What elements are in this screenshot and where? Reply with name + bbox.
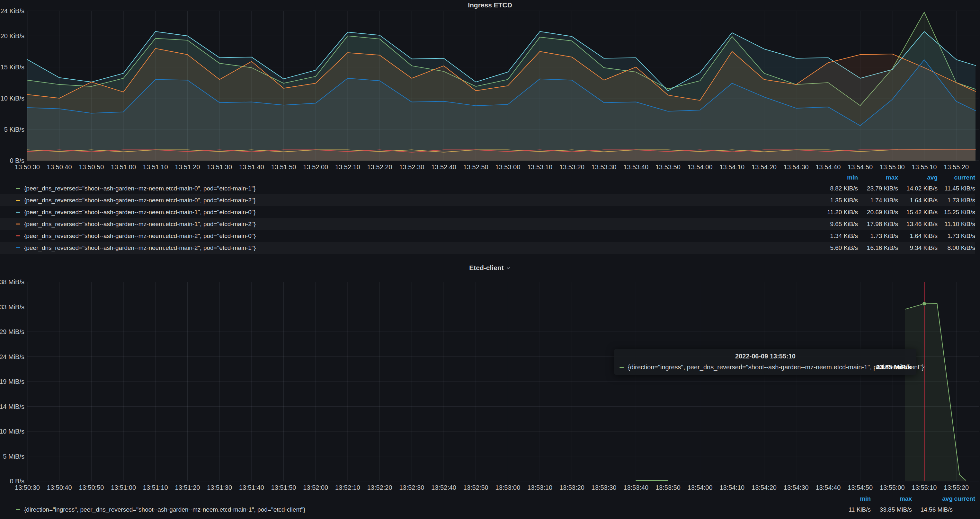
etcd-client-chart[interactable]: 0 B/s5 MiB/s10 MiB/s14 MiB/s19 MiB/s24 M… [0,271,980,496]
x-axis-label: 13:51:00 [111,484,136,491]
x-axis-label: 13:51:40 [239,484,264,491]
legend-row: {peer_dns_reversed="shoot--ash-garden--m… [0,194,975,206]
x-axis-label: 13:54:30 [784,163,809,171]
legend-header-max[interactable]: max [858,174,898,181]
x-axis-label: 13:52:00 [303,163,328,171]
x-axis-label: 13:55:20 [944,163,969,171]
y-axis-label: 15 KiB/s [1,63,24,71]
x-axis-label: 13:52:40 [431,163,456,171]
x-axis-label: 13:54:50 [848,484,873,491]
x-axis-label: 13:54:00 [687,484,713,491]
legend-series-label[interactable]: {peer_dns_reversed="shoot--ash-garden--m… [24,197,256,204]
y-axis-label: 20 KiB/s [1,32,24,40]
x-axis-label: 13:52:00 [303,484,328,491]
legend-stat-avg: 13.46 KiB/s [898,221,938,228]
legend-header-current[interactable]: current [953,495,975,502]
legend-stat-min: 9.65 KiB/s [811,221,858,228]
tooltip-series-label: {direction="ingress", peer_dns_reversed=… [628,363,868,371]
legend-row: {peer_dns_reversed="shoot--ash-garden--m… [0,242,975,254]
series-color-marker-icon [16,200,20,201]
legend-series-label[interactable]: {peer_dns_reversed="shoot--ash-garden--m… [24,233,256,240]
legend-series-label[interactable]: {direction="ingress", peer_dns_reversed=… [24,506,305,513]
x-axis-label: 13:51:20 [175,484,200,491]
x-axis-label: 13:52:30 [399,484,424,491]
legend-stat-avg: 14.02 KiB/s [898,185,938,192]
x-axis-label: 13:50:30 [15,163,40,171]
legend-stat-min: 8.82 KiB/s [811,185,858,192]
legend-series-label[interactable]: {peer_dns_reversed="shoot--ash-garden--m… [24,209,256,216]
tooltip-value: 33.85 MiB/s [876,363,911,371]
tooltip-timestamp: 2022-06-09 13:55:10 [619,352,911,360]
series-color-marker-icon [16,188,20,189]
legend-header-min[interactable]: min [811,174,858,181]
panel-title-etcd-client[interactable]: Etcd-client [0,263,980,272]
x-axis-label: 13:53:40 [624,484,648,491]
chevron-down-icon [506,266,511,271]
legend-stat-avg: 9.34 KiB/s [898,244,938,251]
legend-stat-min: 11.20 KiB/s [811,209,858,216]
legend-stat-avg: 15.42 KiB/s [898,209,938,216]
grid: 0 B/s5 MiB/s10 MiB/s14 MiB/s19 MiB/s24 M… [0,278,979,491]
y-axis-label: 24 MiB/s [0,353,24,360]
y-axis-label: 29 MiB/s [0,328,24,335]
legend-stat-min: 1.35 KiB/s [811,197,858,204]
legend-row: {peer_dns_reversed="shoot--ash-garden--m… [0,183,975,194]
x-axis-label: 13:54:10 [719,163,745,171]
legend-header-min[interactable]: min [822,495,871,502]
x-axis-label: 13:51:10 [143,484,168,491]
legend-series-label[interactable]: {peer_dns_reversed="shoot--ash-garden--m… [24,244,256,251]
x-axis-label: 13:54:40 [816,484,840,491]
series-0 [636,303,966,481]
y-axis-label: 0 B/s [10,157,24,164]
legend-stat-max: 23.79 KiB/s [858,185,898,192]
y-axis-label: 0 B/s [10,478,24,485]
x-axis-label: 13:50:50 [79,484,104,491]
legend-stat-max: 17.98 KiB/s [858,221,898,228]
legend-stat-max: 1.74 KiB/s [858,197,898,204]
legend-stat-current: 11.45 KiB/s [938,185,975,192]
legend-series-label[interactable]: {peer_dns_reversed="shoot--ash-garden--m… [24,185,256,192]
y-axis-label: 14 MiB/s [0,403,24,410]
x-axis-label: 13:55:10 [912,163,937,171]
legend-header-avg[interactable]: avg [898,174,938,181]
legend-stat-max: 33.85 MiB/s [871,506,912,513]
y-axis-label: 24 KiB/s [1,7,24,14]
x-axis-label: 13:50:40 [47,484,72,491]
legend-series-label[interactable]: {peer_dns_reversed="shoot--ash-garden--m… [24,221,256,228]
x-axis-label: 13:51:50 [271,163,296,171]
series-color-marker-icon [619,367,624,368]
ingress-etcd-chart[interactable]: 0 B/s5 KiB/s10 KiB/s15 KiB/s20 KiB/s24 K… [0,0,980,173]
x-axis-label: 13:52:10 [335,163,360,171]
legend-stat-max: 1.73 KiB/s [858,233,898,240]
y-axis-label: 33 MiB/s [0,303,24,311]
series-color-marker-icon [16,212,20,213]
series-color-marker-icon [16,509,20,510]
series-color-marker-icon [16,247,20,248]
legend-stat-avg: 14.56 MiB/s [912,506,953,513]
panel-title-text: Etcd-client [469,264,503,271]
legend-stat-min: 11 KiB/s [822,506,871,513]
legend-header-avg[interactable]: avg [912,495,953,502]
legend-stat-current: 1.73 KiB/s [938,233,975,240]
legend-stat-min: 1.34 KiB/s [811,233,858,240]
y-axis-label: 5 KiB/s [4,126,24,133]
legend-header-max[interactable]: max [871,495,912,502]
x-axis-label: 13:52:10 [335,484,360,491]
x-axis-label: 13:51:20 [175,163,200,171]
legend-stat-avg: 1.64 KiB/s [898,233,938,240]
x-axis-label: 13:53:40 [624,163,648,171]
x-axis-label: 13:51:30 [207,484,232,491]
legend-stat-min: 5.60 KiB/s [811,244,858,251]
x-axis-label: 13:51:40 [239,163,264,171]
hover-point-marker [923,302,926,306]
legend-stat-current: 1.73 KiB/s [938,197,975,204]
x-axis-label: 13:55:00 [880,163,905,171]
legend-row: {peer_dns_reversed="shoot--ash-garden--m… [0,206,975,218]
x-axis-label: 13:51:30 [207,163,232,171]
x-axis-label: 13:54:10 [719,484,745,491]
x-axis-label: 13:54:50 [848,163,873,171]
legend-stat-current: 8.00 KiB/s [938,244,975,251]
x-axis-label: 13:53:10 [527,484,552,491]
legend-header-row: min max avg current [0,173,975,183]
legend-header-current[interactable]: current [938,174,975,181]
